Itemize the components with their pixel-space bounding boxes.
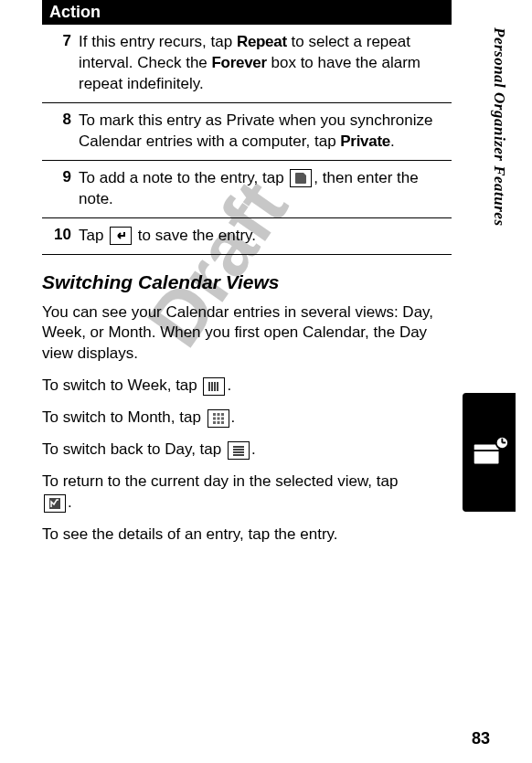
side-category-icon-box <box>463 393 516 512</box>
step-number: 7 <box>46 32 71 95</box>
text: . <box>68 493 72 511</box>
step-description: To mark this entry as Private when you s… <box>79 111 448 153</box>
text: To switch back to Day, tap <box>42 440 226 458</box>
text: To switch to Week, tap <box>42 376 201 394</box>
week-view-icon <box>203 377 225 396</box>
text: If this entry recurs, tap <box>79 33 237 50</box>
organizer-icon <box>468 431 510 473</box>
text: . <box>251 440 256 458</box>
day-view-icon <box>228 441 250 460</box>
text: to save the entry. <box>133 227 256 244</box>
ui-label-repeat: Repeat <box>237 33 287 50</box>
table-row: 9 To add a note to the entry, tap , then… <box>42 161 452 218</box>
ui-label-private: Private <box>340 132 390 150</box>
step-description: If this entry recurs, tap Repeat to sele… <box>79 32 448 95</box>
svg-rect-18 <box>213 421 216 424</box>
svg-rect-17 <box>221 417 224 419</box>
step-description: To add a note to the entry, tap , then e… <box>79 168 448 210</box>
svg-rect-14 <box>221 413 224 416</box>
intro-paragraph: You can see your Calendar entries in sev… <box>42 302 444 366</box>
step-number: 9 <box>46 168 71 210</box>
svg-rect-0 <box>473 443 500 464</box>
text: To return to the current day in the sele… <box>42 472 398 490</box>
step-number: 10 <box>46 226 71 247</box>
step-number: 8 <box>46 111 71 153</box>
table-row: 8 To mark this entry as Private when you… <box>42 103 452 161</box>
return-arrow-icon <box>110 227 132 245</box>
text: . <box>227 376 231 394</box>
table-header: Action <box>42 0 452 25</box>
text: . <box>390 132 395 150</box>
steps-table: 7 If this entry recurs, tap Repeat to se… <box>42 25 452 255</box>
table-row: 7 If this entry recurs, tap Repeat to se… <box>42 25 452 103</box>
month-paragraph: To switch to Month, tap . <box>42 408 444 429</box>
svg-rect-7 <box>295 173 306 184</box>
svg-rect-13 <box>217 413 219 416</box>
svg-rect-12 <box>213 413 216 416</box>
return-paragraph: To return to the current day in the sele… <box>42 472 408 514</box>
day-paragraph: To switch back to Day, tap . <box>42 440 444 461</box>
month-view-icon <box>207 409 229 428</box>
note-icon <box>290 169 312 187</box>
week-paragraph: To switch to Week, tap . <box>42 376 444 397</box>
step-description: Tap to save the entry. <box>79 226 448 247</box>
table-row: 10 Tap to save the entry. <box>42 218 452 255</box>
ui-label-forever: Forever <box>212 54 267 71</box>
text: To switch to Month, tap <box>42 408 206 426</box>
svg-rect-15 <box>213 417 216 419</box>
svg-rect-16 <box>217 417 219 419</box>
svg-rect-20 <box>221 421 224 424</box>
today-icon <box>44 494 66 513</box>
section-heading: Switching Calendar Views <box>42 271 490 293</box>
page-number: 83 <box>472 729 490 748</box>
details-paragraph: To see the details of an entry, tap the … <box>42 525 444 546</box>
text: To add a note to the entry, tap <box>79 169 288 186</box>
side-section-label: Personal Organizer Features <box>490 27 508 227</box>
text: . <box>231 408 236 426</box>
text: Tap <box>79 227 108 244</box>
svg-rect-19 <box>217 421 219 424</box>
